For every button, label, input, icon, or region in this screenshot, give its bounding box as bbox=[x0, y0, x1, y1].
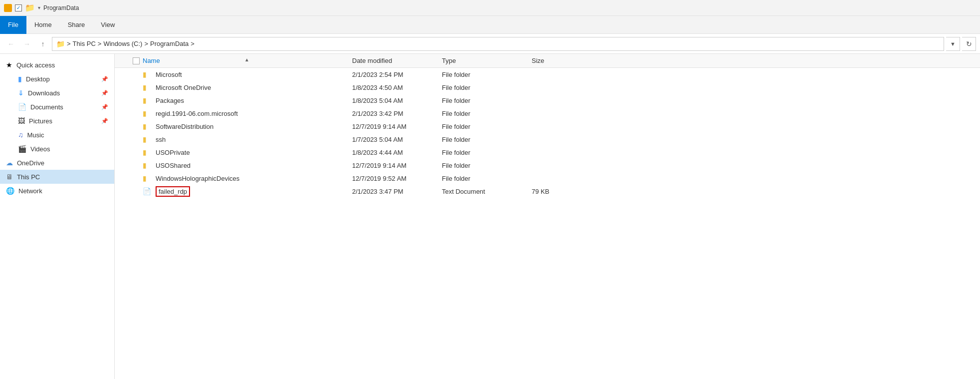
address-separator-4: > bbox=[191, 40, 195, 47]
folder-icon: ▮ bbox=[143, 161, 147, 169]
downloads-label: Downloads bbox=[28, 89, 97, 97]
title-checkbox bbox=[15, 4, 22, 11]
file-type: File folder bbox=[442, 123, 532, 130]
folder-icon: ▮ bbox=[143, 70, 147, 78]
content-area: ▲ Name Date modified Type Size ▮ Microso… bbox=[115, 54, 980, 379]
up-button[interactable]: ↑ bbox=[36, 37, 50, 51]
table-row[interactable]: ▮ Packages 1/8/2023 5:04 AM File folder bbox=[115, 94, 980, 107]
address-separator-2: > bbox=[98, 40, 102, 47]
table-row[interactable]: ▮ Microsoft 2/1/2023 2:54 PM File folder bbox=[115, 68, 980, 81]
menu-bar: File Home Share View bbox=[0, 16, 980, 34]
file-date: 1/8/2023 5:04 AM bbox=[352, 97, 442, 104]
sidebar-item-thispc[interactable]: 🖥 This PC bbox=[0, 170, 114, 184]
address-drive[interactable]: Windows (C:) bbox=[103, 40, 142, 47]
file-size: 79 KB bbox=[532, 188, 549, 195]
file-type: File folder bbox=[442, 71, 532, 78]
back-button[interactable]: ← bbox=[4, 37, 18, 51]
folder-icon: ▮ bbox=[143, 148, 147, 156]
onedrive-label: OneDrive bbox=[17, 159, 108, 167]
sort-arrow-icon: ▲ bbox=[244, 57, 249, 62]
window-title: ProgramData bbox=[43, 4, 79, 11]
menu-file[interactable]: File bbox=[0, 16, 26, 34]
col-header-type[interactable]: Type bbox=[442, 57, 532, 64]
sidebar-item-onedrive[interactable]: ☁ OneDrive bbox=[0, 156, 114, 170]
folder-icon: ▮ bbox=[143, 122, 147, 130]
file-type: File folder bbox=[442, 175, 532, 182]
row-icon: ▮ bbox=[143, 161, 153, 169]
file-name: Microsoft OneDrive bbox=[156, 84, 352, 91]
thispc-label: This PC bbox=[17, 173, 108, 181]
row-icon: ▮ bbox=[143, 148, 153, 156]
address-bar: ← → ↑ 📁 > This PC > Windows (C:) > Progr… bbox=[0, 34, 980, 54]
sidebar-item-documents[interactable]: 📄 Documents 📌 bbox=[0, 100, 114, 114]
table-row[interactable]: ▮ WindowsHolographicDevices 12/7/2019 9:… bbox=[115, 172, 980, 185]
table-row[interactable]: ▮ USOShared 12/7/2019 9:14 AM File folde… bbox=[115, 159, 980, 172]
row-icon: 📄 bbox=[143, 187, 153, 195]
forward-button[interactable]: → bbox=[20, 37, 34, 51]
quickaccess-icon: ★ bbox=[6, 61, 12, 69]
table-row[interactable]: ▮ ssh 1/7/2023 5:04 AM File folder bbox=[115, 133, 980, 146]
menu-share[interactable]: Share bbox=[60, 16, 93, 34]
file-type: File folder bbox=[442, 136, 532, 143]
pictures-pin-icon: 📌 bbox=[101, 118, 108, 124]
documents-icon: 📄 bbox=[18, 103, 26, 111]
sidebar-item-pictures[interactable]: 🖼 Pictures 📌 bbox=[0, 114, 114, 128]
select-all-checkbox[interactable] bbox=[133, 57, 143, 64]
desktop-icon: ▮ bbox=[18, 75, 22, 83]
music-icon: ♫ bbox=[18, 131, 23, 139]
sidebar-item-network[interactable]: 🌐 Network bbox=[0, 184, 114, 198]
file-name: Microsoft bbox=[156, 71, 352, 78]
pictures-label: Pictures bbox=[29, 117, 97, 125]
refresh-button[interactable]: ↻ bbox=[962, 37, 976, 51]
folder-icon: ▮ bbox=[143, 109, 147, 117]
address-box[interactable]: 📁 > This PC > Windows (C:) > ProgramData… bbox=[52, 37, 944, 51]
table-row[interactable]: 📄 failed_rdp 2/1/2023 3:47 PM Text Docum… bbox=[115, 185, 980, 198]
sidebar-item-music[interactable]: ♫ Music bbox=[0, 128, 114, 142]
address-dropdown-button[interactable]: ▼ bbox=[946, 37, 960, 51]
table-row[interactable]: ▮ Microsoft OneDrive 1/8/2023 4:50 AM Fi… bbox=[115, 81, 980, 94]
network-icon: 🌐 bbox=[6, 187, 14, 195]
table-row[interactable]: ▮ regid.1991-06.com.microsoft 2/1/2023 3… bbox=[115, 107, 980, 120]
col-header-date[interactable]: Date modified bbox=[352, 57, 442, 64]
file-type: File folder bbox=[442, 84, 532, 91]
col-header-size[interactable]: Size bbox=[532, 57, 544, 64]
title-bar: 📁 ▾ ProgramData bbox=[0, 0, 980, 16]
menu-view[interactable]: View bbox=[93, 16, 123, 34]
sidebar-item-desktop[interactable]: ▮ Desktop 📌 bbox=[0, 72, 114, 86]
checkbox-box bbox=[133, 57, 140, 64]
file-date: 12/7/2019 9:14 AM bbox=[352, 162, 442, 169]
table-row[interactable]: ▮ USOPrivate 1/8/2023 4:44 AM File folde… bbox=[115, 146, 980, 159]
menu-home[interactable]: Home bbox=[26, 16, 60, 34]
file-date: 1/8/2023 4:44 AM bbox=[352, 149, 442, 156]
row-icon: ▮ bbox=[143, 135, 153, 143]
address-separator-3: > bbox=[144, 40, 148, 47]
row-icon: ▮ bbox=[143, 83, 153, 91]
sidebar-item-quickaccess[interactable]: ★ Quick access bbox=[0, 58, 114, 72]
folder-icon: ▮ bbox=[143, 174, 147, 182]
file-date: 12/7/2019 9:52 AM bbox=[352, 175, 442, 182]
folder-icon: ▮ bbox=[143, 83, 147, 91]
downloads-pin-icon: 📌 bbox=[101, 90, 108, 96]
title-folder-icon: 📁 bbox=[25, 3, 35, 12]
file-date: 12/7/2019 9:14 AM bbox=[352, 123, 442, 130]
title-dropdown-icon: ▾ bbox=[38, 5, 40, 10]
row-icon: ▮ bbox=[143, 174, 153, 182]
file-name: WindowsHolographicDevices bbox=[156, 175, 352, 182]
folder-icon: ▮ bbox=[143, 135, 147, 143]
address-folder[interactable]: ProgramData bbox=[150, 40, 189, 47]
sidebar-item-videos[interactable]: 🎬 Videos bbox=[0, 142, 114, 156]
address-thispc[interactable]: This PC bbox=[73, 40, 96, 47]
network-label: Network bbox=[18, 187, 108, 195]
table-row[interactable]: ▮ SoftwareDistribution 12/7/2019 9:14 AM… bbox=[115, 120, 980, 133]
thispc-icon: 🖥 bbox=[6, 173, 13, 181]
address-folder-icon: 📁 bbox=[56, 40, 65, 48]
file-name: Packages bbox=[156, 97, 352, 104]
row-icon: ▮ bbox=[143, 70, 153, 78]
column-headers: ▲ Name Date modified Type Size bbox=[115, 54, 980, 68]
file-name: SoftwareDistribution bbox=[156, 123, 352, 130]
file-type: File folder bbox=[442, 149, 532, 156]
file-list: ▮ Microsoft 2/1/2023 2:54 PM File folder… bbox=[115, 68, 980, 379]
sidebar-item-downloads[interactable]: ⇓ Downloads 📌 bbox=[0, 86, 114, 100]
file-date: 2/1/2023 2:54 PM bbox=[352, 71, 442, 78]
folder-icon: ▮ bbox=[143, 96, 147, 104]
